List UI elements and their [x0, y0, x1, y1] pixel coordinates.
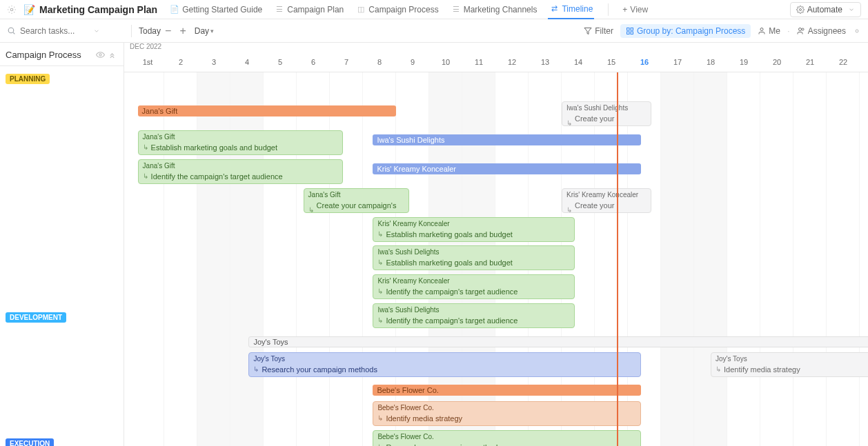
day-number: 4	[230, 55, 264, 66]
group-planning[interactable]: PLANNING	[0, 69, 124, 88]
group-development[interactable]: DEVELOPMENT	[0, 307, 124, 327]
task-parent: Bebe's Flower Co.	[377, 433, 636, 441]
timeline-task[interactable]: Kris' Kreamy Koncealer↳Create your campa…	[562, 188, 651, 213]
timeline-task[interactable]: Iwa's Sushi Delights↳Establish marketing…	[373, 245, 575, 270]
automate-button[interactable]: Automate	[790, 2, 861, 17]
group-execution[interactable]: EXECUTION	[0, 434, 124, 446]
day-header[interactable]: 21	[793, 55, 827, 72]
day-header[interactable]: 13	[529, 55, 562, 72]
timeline-task[interactable]: Kris' Kreamy Koncealer↳Identify the camp…	[373, 274, 575, 299]
tab-icon: ⇄	[549, 4, 559, 14]
me-button[interactable]: Me	[758, 26, 780, 36]
timeline-area[interactable]: DEC 2022 1st2345678910111213141516171819…	[124, 43, 868, 446]
day-header[interactable]: 17	[661, 55, 694, 72]
search-box[interactable]	[7, 26, 124, 36]
group-heading: Campaign Process	[6, 50, 81, 60]
grid-column	[330, 72, 363, 446]
tab-campaign-plan[interactable]: ☰Campaign Plan	[273, 2, 345, 17]
timeline-task[interactable]: Iwa's Sushi Delights↳Identify the campai…	[373, 303, 575, 328]
day-header[interactable]: 10	[429, 55, 462, 72]
day-header[interactable]: 14	[562, 55, 595, 72]
day-number: 6	[297, 55, 330, 66]
day-header[interactable]: 12	[495, 55, 529, 72]
tab-getting-started-guide[interactable]: 📄Getting Started Guide	[168, 2, 264, 17]
pill-development: DEVELOPMENT	[6, 312, 66, 323]
assignees-button[interactable]: Assignees	[797, 26, 846, 36]
dot-separator: ·	[787, 26, 790, 36]
timeline-task[interactable]: Kris' Kreamy Koncealer↳Establish marketi…	[373, 217, 575, 242]
day-header[interactable]: 6	[297, 55, 330, 72]
svg-point-8	[798, 28, 801, 30]
day-header[interactable]: 20	[760, 55, 793, 72]
day-header[interactable]: 23	[860, 55, 868, 72]
group-icon	[626, 27, 634, 35]
day-header[interactable]: 7	[330, 55, 363, 72]
task-parent: Joy's Toys	[253, 355, 636, 363]
day-number: 20	[760, 55, 793, 66]
task-title: Establish marketing goals and budget	[386, 230, 512, 239]
timeline-bar[interactable]: Bebe's Flower Co.	[373, 385, 641, 396]
day-header[interactable]: 9	[396, 55, 429, 72]
day-header[interactable]: 5	[264, 55, 297, 72]
timeline-task[interactable]: Jana's Gift↳Identify the campaign's targ…	[138, 159, 344, 184]
svg-point-9	[802, 28, 804, 30]
scale-label: Day	[195, 26, 209, 36]
day-header[interactable]: 1st	[131, 55, 164, 72]
day-header[interactable]: 18	[694, 55, 727, 72]
search-input[interactable]	[20, 26, 89, 36]
task-title: Identify the campaign's target audience	[386, 316, 517, 325]
day-header[interactable]: 4	[230, 55, 264, 72]
groupby-button[interactable]: Group by: Campaign Process	[620, 24, 751, 38]
zoom-out-button[interactable]: −	[161, 25, 175, 37]
tab-icon: ◫	[356, 5, 366, 14]
task-parent: Kris' Kreamy Koncealer	[566, 191, 647, 199]
day-header[interactable]: 15	[595, 55, 628, 72]
day-header[interactable]: 16	[628, 55, 661, 72]
scale-selector[interactable]: Day ▾	[195, 26, 214, 36]
day-number: 14	[562, 55, 595, 66]
timeline-bar[interactable]: Joy's Toys	[248, 336, 868, 347]
timeline-task[interactable]: Joy's Toys↳Identify media strategy	[711, 352, 868, 377]
timeline-task[interactable]: Bebe's Flower Co.↳Research your campaign…	[373, 430, 641, 446]
eye-icon[interactable]	[96, 50, 105, 59]
timeline-task[interactable]: Iwa's Sushi Delights↳Create your campaig…	[562, 101, 651, 126]
day-header[interactable]: 3	[197, 55, 230, 72]
timeline-bar[interactable]: Kris' Kreamy Koncealer	[373, 163, 641, 174]
zoom-in-button[interactable]: +	[175, 25, 190, 37]
timeline-task[interactable]: Bebe's Flower Co.↳Identify media strateg…	[373, 401, 641, 426]
chevron-down-icon[interactable]	[93, 28, 100, 34]
tab-marketing-channels[interactable]: ☰Marketing Channels	[450, 2, 539, 17]
timeline-task[interactable]: Jana's Gift↳Establish marketing goals an…	[138, 130, 344, 155]
day-header[interactable]: 8	[363, 55, 396, 72]
bar-label: Jana's Gift	[142, 107, 178, 115]
topbar-left: 📝 Marketing Campaign Plan 📄Getting Start…	[7, 1, 783, 18]
date-header: 1st234567891011121314151617181920212223	[124, 55, 868, 72]
timeline-task[interactable]: Jana's Gift↳Create your campaign's m...	[304, 188, 410, 213]
caret-down-icon: ▾	[210, 28, 214, 34]
pill-execution: EXECUTION	[6, 438, 54, 446]
sun-icon[interactable]	[853, 27, 861, 35]
svg-rect-4	[631, 28, 633, 30]
task-parent: Kris' Kreamy Koncealer	[377, 277, 570, 285]
add-view-button[interactable]: + View	[622, 5, 648, 14]
timeline-bar[interactable]: Jana's Gift	[138, 105, 396, 116]
svg-point-0	[10, 8, 13, 11]
timeline-bar[interactable]: Iwa's Sushi Delights	[373, 134, 641, 145]
subtask-icon: ↳	[377, 258, 383, 267]
collapse-icon[interactable]	[108, 50, 117, 59]
task-title: Identify media strategy	[724, 365, 800, 374]
app-icon[interactable]	[7, 5, 17, 14]
day-number: 10	[429, 55, 462, 66]
tab-timeline[interactable]: ⇄Timeline	[548, 1, 594, 19]
body: Campaign Process PLANNING DEVELOPMENT EX…	[0, 43, 868, 446]
tab-campaign-process[interactable]: ◫Campaign Process	[355, 2, 440, 17]
timeline-task[interactable]: Joy's Toys↳Research your campaign method…	[248, 352, 641, 377]
plus-icon: +	[622, 5, 627, 14]
day-header[interactable]: 19	[727, 55, 760, 72]
today-button[interactable]: Today	[139, 26, 161, 36]
filter-button[interactable]: Filter	[584, 26, 613, 36]
day-header[interactable]: 2	[164, 55, 197, 72]
task-parent: Iwa's Sushi Delights	[377, 306, 570, 314]
day-header[interactable]: 22	[827, 55, 860, 72]
day-header[interactable]: 11	[462, 55, 495, 72]
